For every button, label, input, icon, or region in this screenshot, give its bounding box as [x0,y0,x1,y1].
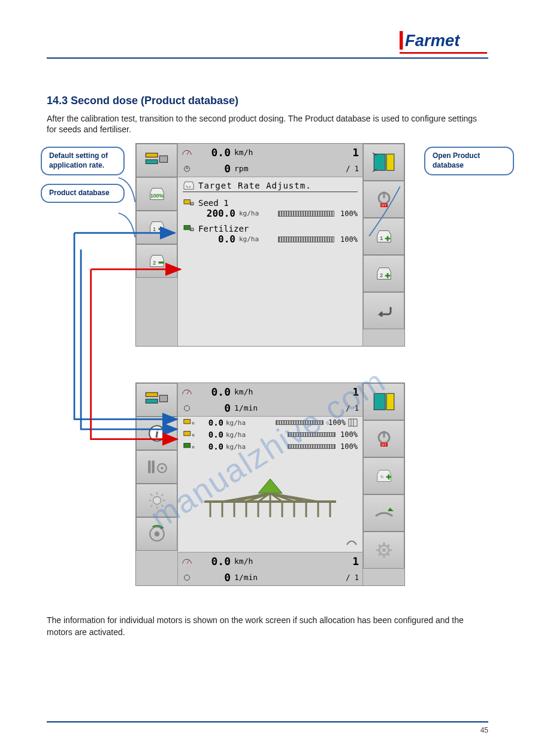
bag-pct-icon: %± [183,181,195,190]
hopper-01-icon: 01 [183,418,195,427]
rate-value: 200.0 [198,208,235,219]
rpm-value: 0 [196,162,231,175]
rate-bar [278,211,334,217]
svg-rect-0 [400,31,403,50]
hopper-01-icon: 01 [183,198,195,208]
rate-unit: kg/ha [239,210,259,217]
svg-point-36 [153,497,161,505]
svg-text:%: % [380,475,383,480]
status-bar-top: 0.0 km/h 1 0 1/min / 1 [178,383,362,417]
svg-text:100%: 100% [150,193,163,199]
counter-small: / 1 [323,573,359,582]
svg-line-43 [161,494,163,496]
status-bar-bottom: 0.0 km/h 1 0 1/min / 1 [178,552,362,585]
tile-icon[interactable] [363,383,404,420]
tile-icon[interactable] [363,144,404,181]
svg-rect-13 [184,200,191,204]
svg-rect-4 [159,156,167,163]
power-off-icon[interactable]: OFF [363,420,404,457]
hopper-02-icon: 02 [183,224,195,233]
svg-line-88 [379,545,380,546]
wheel-icon[interactable] [136,517,177,551]
tramline-gear-icon[interactable] [136,450,177,484]
svg-marker-59 [258,479,282,493]
bag-pct-plus-icon[interactable]: % [363,457,404,494]
svg-text:03: 03 [192,445,195,449]
speedometer-icon [182,387,192,396]
page-header: Farmet [47,30,488,59]
svg-rect-75 [386,394,394,410]
brand-text: Farmet [405,31,461,50]
rate-row-1: 01 0.0 kg/ha 100% [178,417,362,429]
svg-line-72 [187,560,189,563]
rpm-value: 0 [196,571,231,584]
svg-marker-81 [388,508,394,511]
svg-text:2: 2 [379,272,383,279]
svg-rect-16 [184,226,191,230]
bout-marker-icon [346,539,358,547]
svg-line-10 [187,151,189,154]
svg-text:01: 01 [192,421,195,425]
bag-2-plus-icon[interactable]: 2 [363,255,404,292]
power-off-icon[interactable]: OFF [363,181,404,218]
gear-icon[interactable] [363,532,404,569]
svg-rect-52 [349,419,357,426]
svg-rect-33 [152,461,154,473]
counter-big: 1 [323,146,359,159]
svg-line-42 [161,505,163,507]
rpm-unit: rpm [234,164,319,173]
rate-unit: kg/ha [239,235,259,243]
rpm-unit: 1/min [234,403,319,412]
machine-icon[interactable] [136,144,177,177]
rpm-value: 0 [196,402,231,414]
svg-rect-3 [146,160,158,164]
bag-1-minus-icon[interactable]: 1 [136,211,177,244]
svg-point-35 [161,467,163,469]
terminal-target-rate: 100% 1 2 0.0 km/h 1 [135,143,405,347]
svg-rect-57 [184,444,191,448]
return-icon[interactable] [363,292,404,329]
svg-text:1: 1 [379,235,383,242]
counter-small: / 1 [323,404,359,412]
screen-title: %± Target Rate Adjustm. [183,181,358,192]
svg-text:OFF: OFF [381,204,386,208]
section-title: 14.3 Second dose (Product database) [47,95,488,107]
svg-rect-55 [184,432,191,436]
svg-point-49 [185,405,190,411]
svg-point-46 [154,532,159,537]
speed-value: 0.0 [196,146,231,159]
speed-unit: km/h [234,387,319,396]
svg-line-48 [187,391,189,394]
light-icon[interactable] [136,484,177,517]
svg-rect-27 [146,393,158,397]
counter-big: 1 [323,555,359,567]
diagram-area: Default setting of application rate. Pro… [47,143,488,604]
implement-up-icon[interactable] [363,494,404,532]
rate-row-2: 02 0.0 kg/ha 100% [178,429,362,441]
fan-icon [182,573,192,582]
rpm-unit: 1/min [234,573,319,582]
product-seed-1[interactable]: 01 Seed 1 200.0 kg/ha 100% [183,198,358,219]
fan-icon [182,404,192,412]
speed-unit: km/h [234,148,319,157]
svg-text:02: 02 [191,228,194,231]
rate-row-3: 03 0.0 kg/ha 100% [178,441,362,453]
bag-1-plus-icon[interactable]: 1 [363,218,404,255]
rate-value: 0.0 [198,233,235,245]
rate-bar [278,236,334,242]
info-icon[interactable]: i [136,417,177,450]
machine-icon[interactable] [136,383,177,417]
svg-rect-7 [158,228,164,230]
fan-icon [182,165,192,173]
svg-rect-20 [386,154,394,171]
bag-2-minus-icon[interactable]: 2 [136,244,177,278]
product-name: Seed 1 [198,198,229,208]
product-fertilizer[interactable]: 02 Fertilizer 0.0 kg/ha 100% [183,224,358,245]
svg-point-73 [185,575,190,580]
speed-unit: km/h [234,557,319,566]
bag-100-icon[interactable]: 100% [136,177,177,211]
svg-text:02: 02 [192,433,195,437]
svg-point-83 [382,548,386,552]
hopper-02-icon: 02 [183,430,195,439]
svg-line-41 [150,494,152,496]
